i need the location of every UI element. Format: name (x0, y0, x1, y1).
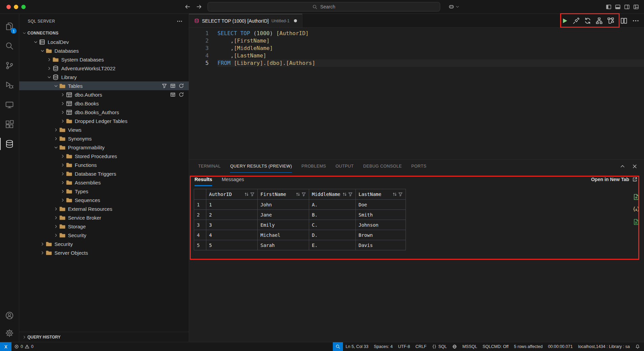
status-crlf[interactable]: CRLF (413, 342, 429, 351)
code-line[interactable]: ,[LastName] (217, 52, 644, 59)
tree-item-dbo-books[interactable]: dbo.Books (19, 99, 189, 108)
twistie[interactable] (59, 172, 66, 176)
column-header-lastname[interactable]: LastName (356, 189, 406, 200)
status-spaces-4[interactable]: Spaces: 4 (371, 342, 395, 351)
activity-item-source-control[interactable] (0, 56, 19, 75)
results-tab-results[interactable]: Results (194, 173, 212, 186)
grid-cell[interactable]: Doe (356, 200, 406, 210)
grid-cell[interactable]: 5 (206, 240, 258, 250)
twistie[interactable] (59, 154, 66, 158)
grid-cell[interactable]: Davis (356, 240, 406, 250)
close-window-button[interactable] (6, 5, 11, 9)
status-bell-icon[interactable] (632, 342, 643, 351)
sort-button[interactable] (342, 192, 347, 197)
grid-cell[interactable]: Johnson (356, 220, 406, 230)
editor-code[interactable]: SELECT TOP (1000) [AuthorID] ,[FirstName… (209, 30, 644, 159)
tree-item-dropped-ledger-tables[interactable]: Dropped Ledger Tables (19, 117, 189, 125)
activity-item-sql-server[interactable] (0, 134, 19, 154)
row-number-cell[interactable]: 1 (194, 200, 206, 210)
split-editor-button[interactable] (620, 17, 627, 24)
more-actions-icon[interactable] (177, 18, 183, 24)
code-line[interactable]: SELECT TOP (1000) [AuthorID] (217, 30, 644, 37)
column-header-authorid[interactable]: AuthorID (206, 189, 258, 200)
grid-cell[interactable]: Smith (356, 210, 406, 220)
twistie[interactable] (39, 49, 46, 53)
status-00-00-00-071[interactable]: 00:00:00.071 (545, 342, 575, 351)
twistie[interactable] (52, 233, 59, 237)
change-connection-button[interactable] (584, 17, 591, 24)
modified-indicator[interactable] (294, 19, 297, 22)
twistie[interactable] (52, 224, 59, 229)
estimated-plan-button[interactable] (596, 17, 603, 24)
tree-item-system-databases[interactable]: System Databases (19, 55, 189, 64)
activity-item-accounts[interactable] (0, 307, 19, 324)
connections-section-header[interactable]: CONNECTIONS (19, 29, 189, 37)
row-number-cell[interactable]: 4 (194, 230, 206, 240)
refresh-button[interactable] (179, 92, 184, 97)
run-query-button[interactable] (561, 17, 568, 24)
search-input[interactable]: Search (208, 2, 440, 11)
tree-item-service-broker[interactable]: Service Broker (19, 213, 189, 222)
grid-cell[interactable]: Brown (356, 230, 406, 240)
more-actions-button[interactable] (632, 17, 639, 24)
results-tab-messages[interactable]: Messages (222, 173, 244, 186)
panel-tab-problems[interactable]: PROBLEMS (301, 160, 326, 173)
save-excel-button[interactable] (633, 219, 640, 225)
tree-item-server-objects[interactable]: Server Objects (19, 248, 189, 257)
tree-item-types[interactable]: Types (19, 187, 189, 196)
activity-item-remote-explorer[interactable] (0, 95, 19, 115)
code-line[interactable]: ,[MiddleName] (217, 45, 644, 52)
tree-item-functions[interactable]: Functions (19, 160, 189, 169)
status-mssql[interactable]: MSSQL (460, 342, 480, 351)
panel-tab-debug-console[interactable]: DEBUG CONSOLE (363, 160, 402, 173)
copilot-menu-button[interactable] (448, 4, 460, 10)
filter-button[interactable] (162, 83, 167, 89)
status-sqlcmd-off[interactable]: SQLCMD: Off (480, 342, 511, 351)
query-history-section-header[interactable]: QUERY HISTORY (19, 332, 189, 342)
chevron-up-button[interactable] (620, 164, 625, 169)
tree-item-assemblies[interactable]: Assemblies (19, 178, 189, 187)
row-number-cell[interactable]: 2 (194, 210, 206, 220)
sort-button[interactable] (392, 192, 397, 197)
grid-cell[interactable]: A. (309, 200, 356, 210)
tree-item-library[interactable]: Library (19, 73, 189, 81)
code-line[interactable]: FROM [Library].[dbo].[Authors] (217, 59, 644, 67)
twistie[interactable] (46, 66, 52, 71)
status-localhost-1434-library-sa[interactable]: localhost,1434 : Library : sa (575, 342, 632, 351)
panel-tab-ports[interactable]: PORTS (411, 160, 427, 173)
activity-item-search[interactable] (0, 36, 19, 56)
open-in-new-tab-button[interactable]: Open in New Tab (591, 173, 638, 186)
tree-item-stored-procedures[interactable]: Stored Procedures (19, 152, 189, 160)
tree-item-views[interactable]: Views (19, 125, 189, 134)
activity-item-settings[interactable] (0, 324, 19, 342)
panel-tab-output[interactable]: OUTPUT (336, 160, 354, 173)
table-button[interactable] (170, 92, 176, 97)
filter-button[interactable] (250, 192, 255, 197)
twistie[interactable] (52, 128, 59, 132)
activity-item-extensions[interactable] (0, 115, 19, 134)
twistie[interactable] (59, 180, 66, 185)
tree-item-localdev[interactable]: LocalDev (19, 37, 189, 46)
tree-item-database-triggers[interactable]: Database Triggers (19, 169, 189, 178)
grid-cell[interactable]: E. (309, 240, 356, 250)
toggle-secondary-sidebar-button[interactable] (624, 4, 630, 10)
tree-item-dbo-books-authors[interactable]: dbo.Books_Authors (19, 108, 189, 117)
twistie[interactable] (59, 163, 66, 167)
grid-cell[interactable]: 2 (206, 210, 258, 220)
grid-cell[interactable]: C. (309, 220, 356, 230)
refresh-button[interactable] (179, 83, 184, 89)
sort-button[interactable] (244, 192, 249, 197)
toggle-primary-sidebar-button[interactable] (606, 4, 612, 10)
twistie[interactable] (59, 93, 66, 97)
grid-cell[interactable]: Michael (258, 230, 309, 240)
tree-item-external-resources[interactable]: External Resources (19, 204, 189, 213)
twistie[interactable] (52, 84, 59, 88)
table-button[interactable] (170, 83, 176, 89)
save-json-button[interactable] (633, 206, 640, 213)
twistie[interactable] (32, 40, 39, 44)
twistie[interactable] (39, 242, 46, 246)
code-line[interactable]: ,[FirstName] (217, 37, 644, 45)
tree-item-storage[interactable]: Storage (19, 222, 189, 231)
status-ln-5-col-33[interactable]: Ln 5, Col 33 (343, 342, 371, 351)
row-number-cell[interactable]: 5 (194, 240, 206, 250)
